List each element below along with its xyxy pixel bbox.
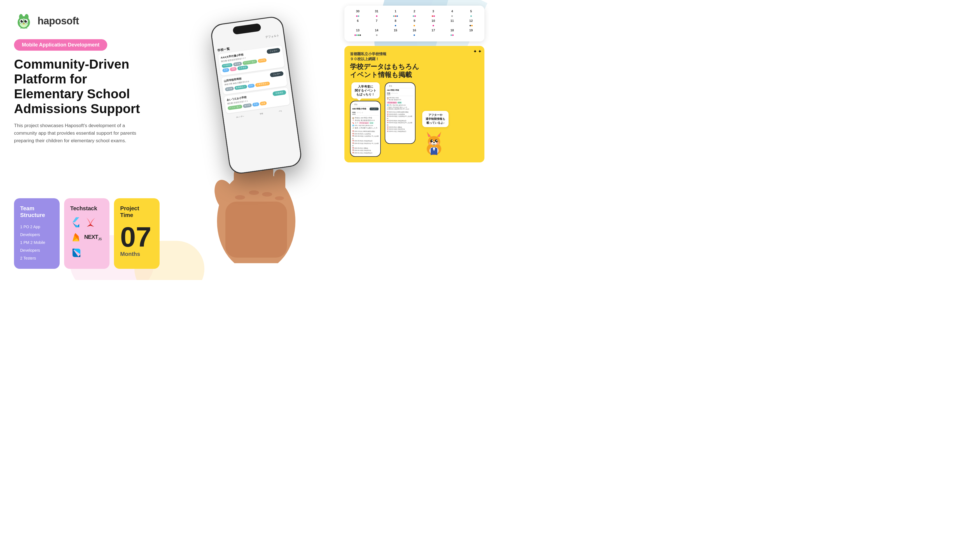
tag: 共学 bbox=[248, 84, 255, 88]
calendar-header-2: 6789101112 bbox=[348, 19, 480, 22]
tag: 無宗教 bbox=[225, 87, 234, 91]
svg-point-48 bbox=[436, 140, 437, 141]
laravel-icon bbox=[84, 216, 97, 228]
svg-point-50 bbox=[433, 142, 435, 143]
promo-card: ✦ ✦ 首都圏私立小学校情報 ９０校以上網羅！ 学校データはもちろん イベント情… bbox=[344, 46, 484, 162]
svg-point-10 bbox=[22, 20, 23, 21]
tag: 給食 bbox=[260, 101, 267, 105]
team-row-3: 2 Testers bbox=[20, 254, 53, 262]
speech-bubble-1: 入学考査に関するイベントもばっちり！ bbox=[352, 82, 380, 99]
svg-point-35 bbox=[249, 190, 259, 195]
app-screen-content: デフォルト 学校一覧 AAA大学付属小学校 東京都 世田谷区世田谷7-7-7 フ… bbox=[210, 16, 295, 126]
sparkles-decoration: ✦ ✦ bbox=[473, 49, 482, 54]
mini-phone-2-col: ← 戻る ABC学院小学校 情報 イベント 🏫 ABC学院小学校 📍 東京都 新… bbox=[385, 82, 415, 144]
calendar-card: 30 31 1 2 3 4 5 6789101112 bbox=[344, 6, 484, 42]
tag: 無宗教 bbox=[233, 62, 242, 67]
tag: 共学 bbox=[252, 102, 260, 107]
hero-description: This project showcases Haposoft's develo… bbox=[14, 122, 148, 145]
svg-point-11 bbox=[26, 20, 27, 21]
tech-card: Techstack bbox=[64, 198, 110, 269]
mini-screen-1: ← 戻る ABC学院小学校 フォロー 情報 イベント 🏫 学校名: ABC学院小… bbox=[350, 102, 380, 156]
tech-icons-row: NEXTJS bbox=[70, 216, 103, 259]
logo-area: haposoft bbox=[14, 11, 160, 31]
haposoft-logo bbox=[14, 11, 33, 31]
speech-bubble-2: アフターや通学制限情報も載っているよ♪ bbox=[422, 111, 448, 127]
left-panel: haposoft Mobile Application Development … bbox=[0, 0, 173, 280]
svg-point-34 bbox=[235, 195, 245, 200]
svg-marker-44 bbox=[437, 133, 440, 137]
svg-point-47 bbox=[432, 140, 433, 141]
brand-name: haposoft bbox=[38, 15, 79, 27]
svg-point-8 bbox=[20, 20, 23, 23]
cal-row-2 bbox=[348, 24, 480, 27]
team-row-2: 1 PM 2 Mobile Developers bbox=[20, 238, 53, 254]
cal-row-3 bbox=[348, 33, 480, 37]
promo-phones-area: 入学考査に関するイベントもばっちり！ ← 戻る ABC学院小学校 フォロー 情報… bbox=[350, 82, 479, 157]
time-number: 07 bbox=[120, 223, 153, 251]
tag: 大学併設 bbox=[237, 65, 248, 70]
tag: 中高併設 bbox=[222, 63, 233, 68]
team-row-1: 1 PO 2 App Developers bbox=[20, 223, 53, 238]
category-badge: Mobile Application Development bbox=[14, 39, 107, 51]
calendar-header-3: 13141516171819 bbox=[348, 28, 480, 32]
tag: 無宗教 bbox=[243, 103, 252, 108]
svg-marker-19 bbox=[73, 217, 79, 222]
promo-subtitle: 首都圏私立小学校情報 ９０校以上網羅！ bbox=[350, 52, 479, 62]
right-panel: 30 31 1 2 3 4 5 6789101112 bbox=[339, 0, 490, 280]
mini-phone-1-col: 入学考査に関するイベントもばっちり！ ← 戻る ABC学院小学校 フォロー 情報… bbox=[350, 82, 381, 157]
svg-point-51 bbox=[429, 142, 432, 145]
tag: 共学 bbox=[222, 68, 230, 73]
tag: 地英 bbox=[230, 67, 237, 72]
team-card-title: Team Structure bbox=[20, 205, 53, 218]
flutter-icon bbox=[70, 216, 82, 228]
svg-rect-33 bbox=[225, 202, 287, 258]
promo-big-text: 学校データはもちろん イベント情報も掲載 bbox=[350, 63, 479, 79]
svg-point-37 bbox=[275, 196, 284, 200]
team-list: 1 PO 2 App Developers 1 PM 2 Mobile Deve… bbox=[20, 223, 53, 262]
svg-point-9 bbox=[24, 20, 27, 23]
svg-point-36 bbox=[262, 192, 272, 197]
calendar-header: 30 31 1 2 3 4 5 bbox=[348, 10, 480, 13]
tag: 附属園あり bbox=[234, 85, 247, 90]
dart-icon bbox=[70, 247, 81, 259]
info-cards-row: Team Structure 1 PO 2 App Developers 1 P… bbox=[14, 198, 160, 269]
nextjs-icon: NEXTJS bbox=[84, 234, 102, 241]
firebase-icon bbox=[70, 231, 82, 243]
mini-phone-2: ← 戻る ABC学院小学校 情報 イベント 🏫 ABC学院小学校 📍 東京都 新… bbox=[385, 82, 415, 144]
svg-marker-43 bbox=[428, 133, 431, 137]
center-panel: デフォルト 学校一覧 AAA大学付属小学校 東京都 世田谷区世田谷7-7-7 フ… bbox=[173, 0, 339, 280]
svg-rect-32 bbox=[274, 169, 285, 206]
follow-btn-2[interactable]: フォロー bbox=[270, 71, 283, 78]
tech-card-title: Techstack bbox=[70, 205, 103, 212]
svg-rect-31 bbox=[261, 165, 273, 205]
time-card: Project Time 07 Months bbox=[114, 198, 160, 269]
svg-point-52 bbox=[437, 142, 439, 145]
cal-row-1 bbox=[348, 15, 480, 17]
mini-phone-1: ← 戻る ABC学院小学校 フォロー 情報 イベント 🏫 学校名: ABC学院小… bbox=[350, 101, 381, 157]
follow-btn-1[interactable]: フォロー bbox=[267, 48, 280, 54]
page-title: Community-Driven Platform for Elementary… bbox=[14, 57, 160, 116]
fox-mascot bbox=[422, 129, 446, 157]
fox-area: アフターや通学制限情報も載っているよ♪ bbox=[420, 111, 448, 157]
team-card: Team Structure 1 PO 2 App Developers 1 P… bbox=[14, 198, 60, 269]
follow-btn-3[interactable]: 中高併設 bbox=[272, 90, 287, 96]
svg-rect-29 bbox=[234, 168, 247, 207]
time-card-title: Project Time bbox=[120, 205, 153, 218]
mini-screen-2: ← 戻る ABC学院小学校 情報 イベント 🏫 ABC学院小学校 📍 東京都 新… bbox=[385, 83, 415, 143]
tag: お弁当 bbox=[258, 58, 267, 63]
phone-hand-area: デフォルト 学校一覧 AAA大学付属小学校 東京都 世田谷区世田谷7-7-7 フ… bbox=[186, 11, 326, 263]
